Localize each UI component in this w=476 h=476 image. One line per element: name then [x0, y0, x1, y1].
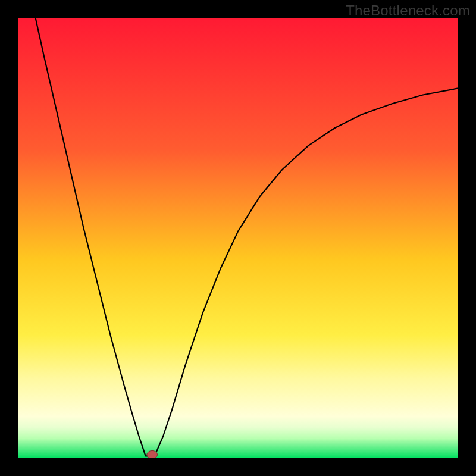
- plot-area: [18, 18, 458, 458]
- chart-background: [18, 18, 458, 458]
- chart-frame: TheBottleneck.com: [0, 0, 476, 476]
- optimal-point-marker: [147, 450, 158, 458]
- chart-svg: [18, 18, 458, 458]
- watermark-text: TheBottleneck.com: [346, 2, 470, 19]
